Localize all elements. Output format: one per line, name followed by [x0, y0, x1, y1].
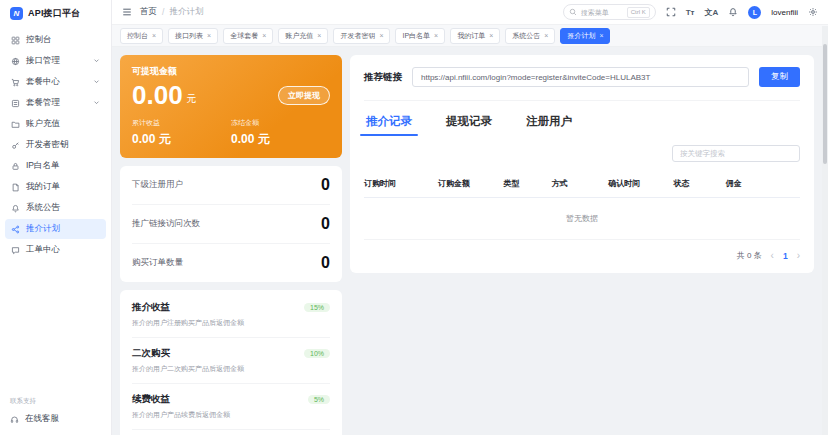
wallet-card: 可提现金额 0.00 元 立即提现 累计收益 0.00 元 冻结金额 0.00 …	[120, 55, 342, 158]
topbar-actions: Ctrl K Tт 文A L lovenfiii	[563, 4, 818, 20]
main-content: 可提现金额 0.00 元 立即提现 累计收益 0.00 元 冻结金额 0.00 …	[112, 47, 822, 435]
chat-icon	[11, 246, 20, 255]
tab-api-list[interactable]: 接口列表×	[168, 28, 218, 44]
sidebar-item-api-management[interactable]: 接口管理	[5, 51, 106, 71]
copy-button[interactable]: 复制	[759, 67, 800, 87]
close-icon[interactable]: ×	[207, 32, 211, 39]
stat-link-visits: 推广链接访问次数 0	[132, 205, 330, 244]
tab-console[interactable]: 控制台×	[120, 28, 163, 44]
page-number[interactable]: 1	[783, 251, 788, 261]
sidebar-item-label: 我的订单	[26, 181, 60, 193]
lock-icon	[11, 162, 20, 171]
bell-icon[interactable]	[728, 7, 738, 17]
app-logo: N API接口平台	[0, 0, 111, 26]
sidebar-item-package-center[interactable]: 套餐中心	[5, 72, 106, 92]
sidebar-item-label: 控制台	[26, 34, 52, 46]
avatar[interactable]: L	[748, 6, 761, 19]
close-icon[interactable]: ×	[152, 32, 156, 39]
breadcrumb: 首页 / 推介计划	[140, 6, 203, 18]
tab-developer-key[interactable]: 开发者密钥×	[333, 28, 390, 44]
sidebar-item-developer-key[interactable]: 开发者密钥	[5, 135, 106, 155]
pagination: 共 0 条 ‹ 1 ›	[364, 250, 800, 261]
headset-icon	[10, 415, 19, 424]
chevron-down-icon	[93, 56, 100, 66]
wallet-cumulative: 累计收益 0.00 元	[132, 118, 231, 148]
gear-icon[interactable]	[808, 7, 818, 17]
col-type: 类型	[504, 178, 552, 189]
username[interactable]: lovenfiii	[771, 8, 798, 17]
col-order-time: 订购时间	[364, 178, 438, 189]
tab-registered-users[interactable]: 注册用户	[524, 105, 574, 136]
breadcrumb-home[interactable]: 首页	[140, 6, 157, 18]
sidebar-item-announcements[interactable]: 系统公告	[5, 198, 106, 218]
tab-my-orders[interactable]: 我的订单×	[450, 28, 500, 44]
online-service-link[interactable]: 在线客服	[10, 413, 101, 425]
dashboard-icon	[11, 36, 20, 45]
col-confirm-time: 确认时间	[608, 178, 673, 189]
stat-purchase-orders: 购买订单数量 0	[132, 244, 330, 282]
sidebar-item-package-management[interactable]: 套餐管理	[5, 93, 106, 113]
withdraw-button[interactable]: 立即提现	[278, 86, 330, 105]
menu-search[interactable]: Ctrl K	[563, 4, 656, 20]
search-input[interactable]	[581, 9, 623, 16]
cart-icon	[11, 78, 20, 87]
stat-registered-users: 下级注册用户 0	[132, 166, 330, 205]
folder-icon	[11, 120, 20, 129]
online-service-label: 在线客服	[25, 413, 59, 425]
prev-page-icon[interactable]: ‹	[771, 251, 774, 261]
api-icon	[11, 57, 20, 66]
sidebar-item-label: 套餐管理	[26, 97, 60, 109]
keyword-search-input[interactable]	[672, 145, 800, 162]
col-order-amount: 订购金额	[438, 178, 503, 189]
table-header: 订购时间 订购金额 类型 方式 确认时间 状态 佣金	[364, 170, 800, 198]
font-size-icon[interactable]: Tт	[686, 8, 695, 17]
fullscreen-icon[interactable]	[666, 7, 676, 17]
tab-recharge[interactable]: 账户充值×	[278, 28, 328, 44]
next-page-icon[interactable]: ›	[797, 251, 800, 261]
close-icon[interactable]: ×	[599, 32, 603, 39]
sidebar-item-ticket-center[interactable]: 工单中心	[5, 240, 106, 260]
sidebar-item-label: 账户充值	[26, 118, 60, 130]
sidebar-item-my-orders[interactable]: 我的订单	[5, 177, 106, 197]
close-icon[interactable]: ×	[544, 32, 548, 39]
sidebar-item-referral-plan[interactable]: 推介计划	[5, 219, 106, 239]
breadcrumb-current: 推介计划	[169, 6, 203, 18]
wallet-unit: 元	[187, 92, 197, 106]
translate-icon[interactable]: 文A	[705, 7, 719, 18]
close-icon[interactable]: ×	[489, 32, 493, 39]
col-method: 方式	[551, 178, 608, 189]
sidebar-item-recharge[interactable]: 账户充值	[5, 114, 106, 134]
tab-global-packages[interactable]: 全球套餐×	[223, 28, 273, 44]
sidebar: N API接口平台 控制台 接口管理 套餐中心 套餐管理	[0, 0, 112, 435]
collapse-menu-icon[interactable]	[122, 7, 132, 17]
tab-announcements[interactable]: 系统公告×	[505, 28, 555, 44]
tab-referral-plan[interactable]: 推介计划×	[560, 28, 610, 44]
close-icon[interactable]: ×	[317, 32, 321, 39]
share-icon	[11, 225, 20, 234]
key-icon	[11, 141, 20, 150]
sidebar-item-label: 套餐中心	[26, 76, 60, 88]
close-icon[interactable]: ×	[434, 32, 438, 39]
left-column: 可提现金额 0.00 元 立即提现 累计收益 0.00 元 冻结金额 0.00 …	[120, 55, 342, 427]
sidebar-item-console[interactable]: 控制台	[5, 30, 106, 50]
referral-link-row: 推荐链接 复制	[364, 67, 800, 101]
tab-referral-records[interactable]: 推介记录	[364, 105, 414, 136]
tab-withdrawal-records[interactable]: 提现记录	[444, 105, 494, 136]
tab-ip-whitelist[interactable]: IP白名单×	[395, 28, 445, 44]
sidebar-item-ip-whitelist[interactable]: IP白名单	[5, 156, 106, 176]
sidebar-nav: 控制台 接口管理 套餐中心 套餐管理 账户充值	[0, 26, 111, 265]
commission-row: 续费收益 5% 推介的用户产品续费后返佣金额	[132, 384, 330, 430]
logo-icon: N	[10, 7, 23, 20]
close-icon[interactable]: ×	[379, 32, 383, 39]
wallet-amount: 0.00	[132, 82, 183, 108]
rate-badge: 15%	[304, 303, 330, 312]
page-scrollbar	[822, 26, 828, 435]
rate-badge: 5%	[308, 395, 330, 404]
close-icon[interactable]: ×	[262, 32, 266, 39]
topbar: 首页 / 推介计划 Ctrl K Tт 文A L lovenfiii	[112, 0, 828, 25]
referral-link-input[interactable]	[412, 67, 749, 87]
col-status: 状态	[674, 178, 726, 189]
list-icon	[11, 99, 20, 108]
scrollbar-thumb[interactable]	[823, 44, 827, 164]
doc-icon	[11, 183, 20, 192]
